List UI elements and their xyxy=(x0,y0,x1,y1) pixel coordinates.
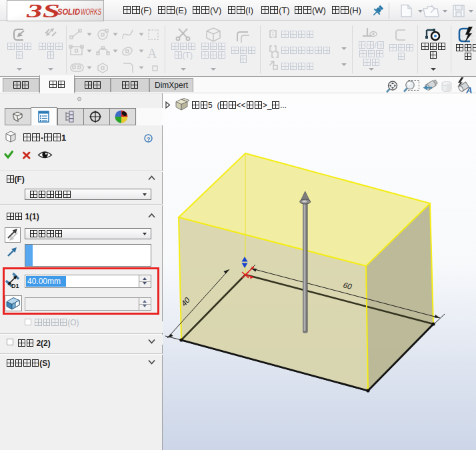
svg-text:D1: D1 xyxy=(11,283,19,289)
svg-text:?: ? xyxy=(147,136,151,143)
svg-text:A: A xyxy=(147,46,157,61)
svg-text:A: A xyxy=(465,85,472,95)
